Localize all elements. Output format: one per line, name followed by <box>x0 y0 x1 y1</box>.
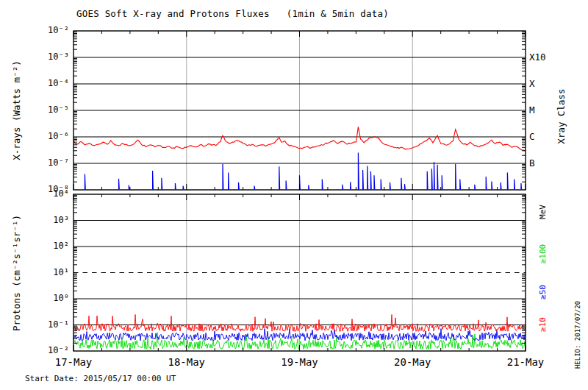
flux-chart-canvas <box>0 0 588 390</box>
proton-ge10-label: ≥10 <box>538 317 548 332</box>
proton-ytick-label: 10⁰ <box>0 293 69 303</box>
xray-ytick-label: 10⁻⁷ <box>0 157 69 168</box>
xray-class-axis-title: Xray Class <box>556 88 567 143</box>
proton-ytick-label: 10⁴ <box>0 188 69 199</box>
proton-ytick-label: 10³ <box>0 215 69 225</box>
proton-ytick-label: 10⁻¹ <box>0 319 69 330</box>
xray-class-label: M <box>529 104 535 116</box>
xray-ytick-label: 10⁻⁴ <box>0 78 69 88</box>
xray-ytick-label: 10⁻² <box>0 25 69 35</box>
proton-ge100-label: ≥100 <box>538 244 548 264</box>
xray-ytick-label: 10⁻⁵ <box>0 104 69 115</box>
xray-class-label: B <box>529 157 535 169</box>
xray-class-label: X10 <box>529 52 546 63</box>
x-day-label: 19-May <box>281 356 318 368</box>
xray-short-series <box>85 153 521 190</box>
proton-ytick-label: 10¹ <box>0 267 69 277</box>
goes-flux-plot-page: GOES Soft X-ray and Protons Fluxes (1min… <box>0 0 588 390</box>
proton-ytick-label: 10⁻² <box>0 345 69 355</box>
xray-ytick-label: 10⁻³ <box>0 52 69 62</box>
proton-unit-label: MeV <box>538 205 548 219</box>
xray-class-label: X <box>529 78 535 89</box>
proton-ytick-label: 10² <box>0 241 69 251</box>
xray-class-label: C <box>529 131 535 142</box>
x-day-label: 18-May <box>168 356 205 368</box>
helio-watermark: HELIO: 2017/07/20 <box>574 301 581 369</box>
xray-ytick-label: 10⁻⁶ <box>0 131 69 141</box>
x-day-label: 21-May <box>507 356 545 368</box>
start-date-caption: Start Date: 2015/05/17 00:00 UT <box>25 374 176 383</box>
proton-ge50-label: ≥50 <box>538 285 548 299</box>
x-day-label: 17-May <box>55 356 93 368</box>
x-day-label: 20-May <box>394 356 431 368</box>
